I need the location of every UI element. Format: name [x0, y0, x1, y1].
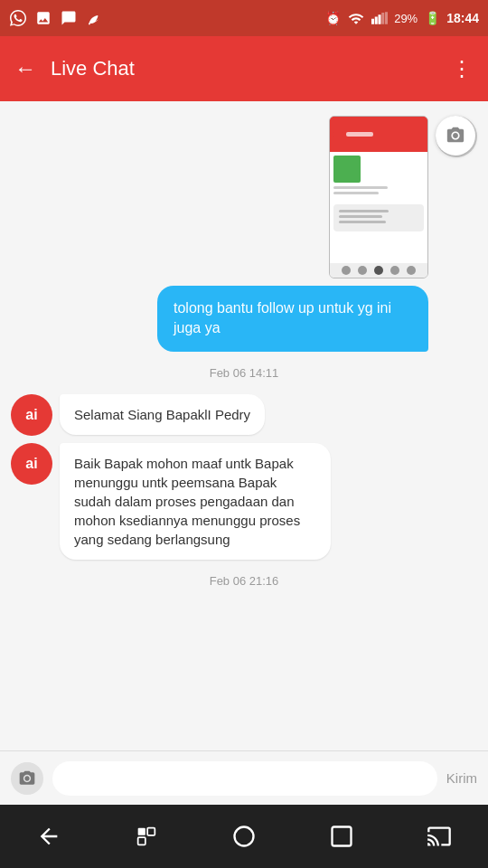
message-input[interactable] [52, 761, 437, 796]
home-nav-button[interactable] [222, 815, 266, 858]
bbm-icon [60, 9, 78, 27]
more-options-button[interactable]: ⋮ [451, 56, 474, 81]
page-title: Live Chat [51, 57, 451, 80]
clock-icon: ⏰ [324, 9, 342, 27]
message-screenshot [11, 116, 477, 278]
whatsapp-icon [9, 9, 27, 27]
send-button[interactable]: Kirim [446, 770, 477, 786]
agent-avatar-2: ai [11, 443, 52, 485]
bottom-nav [0, 805, 488, 868]
nav-dot-5 [407, 266, 416, 275]
screenshot-bottom-nav [330, 263, 427, 278]
input-bar: Kirim [0, 750, 488, 805]
screenshot-content [330, 152, 427, 235]
bubble-followup: tolong bantu follow up untuk yg ini juga… [157, 286, 428, 352]
chat-area: tolong bantu follow up untuk yg ini juga… [0, 101, 488, 750]
nav-dot-3 [374, 266, 383, 275]
back-button[interactable]: ← [14, 56, 36, 81]
timestamp-2: Feb 06 21:16 [11, 574, 477, 588]
message-greet: ai Selamat Siang BapaklI Pedry [11, 394, 477, 436]
status-time: 18:44 [446, 11, 479, 25]
timestamp-1: Feb 06 14:11 [11, 366, 477, 380]
status-bar: ⏰ 29% 🔋 18:44 [0, 0, 488, 36]
svg-point-8 [235, 827, 254, 846]
svg-rect-9 [333, 827, 352, 846]
screenshot-line-3 [339, 210, 389, 212]
nav-dot-4 [390, 266, 399, 275]
camera-badge [436, 116, 475, 156]
battery-icon: 🔋 [423, 9, 441, 27]
svg-rect-1 [375, 17, 378, 24]
message-followup: tolong bantu follow up untuk yg ini juga… [11, 286, 477, 352]
cast-nav-button[interactable] [418, 815, 461, 858]
square-nav-button[interactable] [320, 815, 363, 858]
camera-button[interactable] [11, 762, 43, 795]
screenshot-topbar [330, 117, 427, 152]
svg-rect-5 [138, 828, 145, 835]
svg-rect-4 [385, 12, 388, 24]
status-icons-left [9, 9, 103, 27]
wifi-icon [347, 9, 365, 27]
signal-icon [371, 9, 389, 27]
bubble-reply: Baik Bapak mohon maaf untk Bapak menungg… [60, 443, 331, 560]
screenshot-line-5 [339, 221, 386, 223]
message-reply: ai Baik Bapak mohon maaf untk Bapak menu… [11, 443, 477, 560]
nav-dot-2 [358, 266, 367, 275]
screenshot-thumbnail[interactable] [329, 116, 428, 278]
screenshot-inner [330, 117, 427, 278]
screenshot-line-4 [339, 215, 382, 218]
back-nav-button[interactable] [27, 815, 70, 858]
bubble-greet: Selamat Siang BapaklI Pedry [60, 394, 265, 435]
svg-rect-0 [371, 19, 374, 24]
battery-percent: 29% [394, 12, 418, 25]
user-avatar-right [436, 116, 477, 157]
recents-nav-button[interactable] [125, 815, 168, 858]
app-bar: ← Live Chat ⋮ [0, 36, 488, 101]
nav-dot-1 [342, 266, 351, 275]
image-icon [34, 9, 52, 27]
screenshot-img [333, 156, 361, 183]
status-icons-right: ⏰ 29% 🔋 18:44 [324, 9, 479, 27]
svg-rect-3 [381, 13, 384, 24]
agent-avatar-1: ai [11, 394, 52, 436]
svg-rect-2 [379, 14, 381, 24]
screenshot-line-2 [333, 192, 379, 194]
screenshot-line-1 [333, 186, 388, 189]
app-icon [85, 9, 103, 27]
